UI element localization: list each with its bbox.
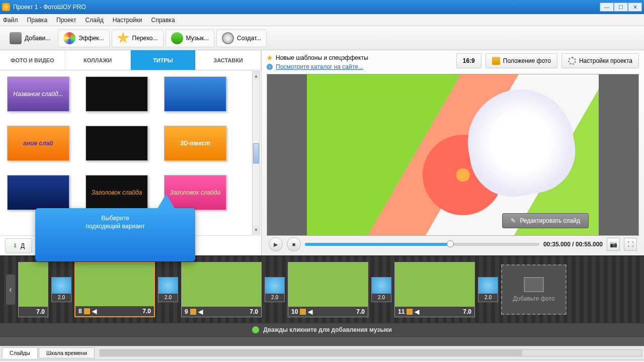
position-icon: [492, 57, 500, 65]
menu-project[interactable]: Проект: [56, 17, 76, 24]
main-toolbar: Добави... Эффек... Перехо... Музык... Со…: [0, 26, 644, 50]
timeline-slide[interactable]: 10◀7.0: [288, 262, 368, 317]
horizontal-scrollbar[interactable]: [100, 349, 642, 356]
menu-slide[interactable]: Слайд: [86, 17, 104, 24]
snapshot-button[interactable]: 📷: [607, 238, 620, 251]
gear-icon: [568, 57, 576, 65]
timeline-slide-selected[interactable]: 8◀7.0: [74, 262, 155, 317]
menu-bar: Файл Правка Проект Слайд Настройки Справ…: [0, 14, 644, 26]
view-tab-timeline[interactable]: Шкала времени: [39, 347, 95, 358]
right-panel: Новые шаблоны и спецэффекты Посмотрите к…: [262, 50, 644, 255]
pencil-icon: [84, 308, 90, 314]
title-bar: Проект 1 - ФотоШОУ PRO — ☐ ✕: [0, 0, 644, 14]
music-note-icon: [171, 32, 183, 44]
menu-file[interactable]: Файл: [3, 17, 18, 24]
template-item[interactable]: [164, 76, 226, 112]
info-catalog-link[interactable]: Посмотрите каталог на сайте...: [276, 62, 363, 71]
timeline-scrollbar[interactable]: [0, 337, 644, 346]
toolbar-transitions-button[interactable]: Перехо...: [112, 29, 164, 47]
template-item[interactable]: ание слай: [7, 126, 69, 161]
timeline-slide[interactable]: 7.0: [18, 262, 48, 317]
template-item[interactable]: 3D-текст: [164, 126, 226, 161]
timeline-transition[interactable]: 2.0: [265, 277, 285, 302]
status-bar: Слайд: 8 из 11 D:\Алиса\работа\разное\фо…: [0, 360, 644, 362]
scroll-up-icon[interactable]: ▲: [253, 72, 259, 79]
template-item[interactable]: [7, 175, 69, 210]
view-tab-slides[interactable]: Слайды: [2, 347, 38, 358]
seek-slider[interactable]: [305, 243, 539, 246]
fullscreen-button[interactable]: ⛶: [624, 238, 637, 251]
timeline-panel: ‹ 7.0 2.0 8◀7.0 2.0 9◀7.0 2.0 10◀7.0 2.0…: [0, 255, 644, 346]
scroll-thumb[interactable]: [253, 143, 259, 163]
timeline-slide[interactable]: 9◀7.0: [181, 262, 262, 317]
toolbar-music-button[interactable]: Музык...: [166, 29, 215, 47]
toolbar-add-button[interactable]: Добави...: [4, 29, 56, 47]
sound-icon: ◀: [415, 308, 419, 315]
close-button[interactable]: ✕: [628, 3, 642, 12]
view-tabs-bar: Слайды Шкала времени: [0, 346, 644, 360]
timeline-transition[interactable]: 2.0: [371, 277, 391, 302]
toolbar-effects-button[interactable]: Эффек...: [58, 29, 109, 47]
tab-intros[interactable]: ЗАСТАВКИ: [196, 50, 261, 70]
app-icon: [2, 3, 10, 11]
playback-bar: ▶ ■ 00:35.000 / 00:55.000 📷 ⛶: [267, 237, 639, 252]
down-arrow-icon: ⬇: [13, 242, 18, 249]
category-tabs: ФОТО И ВИДЕО КОЛЛАЖИ ТИТРЫ ЗАСТАВКИ: [0, 50, 261, 70]
tab-titles[interactable]: ТИТРЫ: [131, 50, 196, 70]
pencil-icon: [190, 309, 196, 315]
timeline-transition[interactable]: 2.0: [51, 277, 71, 302]
timeline-transition[interactable]: 2.0: [478, 277, 498, 302]
seek-knob[interactable]: [447, 240, 454, 247]
template-item[interactable]: Название слайд...: [7, 76, 69, 112]
toolbar-create-button[interactable]: Создат...: [216, 29, 267, 47]
tooltip-callout: Выберите подходящий вариант: [35, 208, 195, 261]
music-track-bar[interactable]: Дважды кликните для добавления музыки: [0, 323, 644, 337]
palette-icon: [63, 32, 75, 44]
window-title: Проект 1 - ФотоШОУ PRO: [13, 4, 600, 11]
timeline-slide[interactable]: 11◀7.0: [394, 262, 475, 317]
timeline-transition[interactable]: 2.0: [158, 277, 178, 302]
disc-icon: [222, 32, 234, 44]
edit-slide-button[interactable]: ✎ Редактировать слайд: [502, 213, 589, 228]
template-item[interactable]: [86, 76, 148, 112]
minimize-button[interactable]: —: [600, 3, 614, 12]
maximize-button[interactable]: ☐: [614, 3, 628, 12]
image-placeholder-icon: [524, 277, 544, 292]
music-icon: [252, 326, 259, 333]
pencil-icon: ✎: [511, 217, 516, 224]
scroll-down-icon[interactable]: ▼: [253, 226, 259, 233]
sound-icon: ◀: [198, 308, 203, 315]
tab-collages[interactable]: КОЛЛАЖИ: [65, 50, 131, 70]
globe-icon: [267, 64, 273, 70]
template-item[interactable]: [86, 126, 148, 161]
gallery-add-button[interactable]: ⬇ Д: [5, 238, 32, 253]
menu-edit[interactable]: Правка: [27, 17, 48, 24]
info-templates-text: Новые шаблоны и спецэффекты: [276, 53, 368, 62]
project-settings-button[interactable]: Настройки проекта: [561, 53, 639, 68]
star-icon: [117, 32, 129, 44]
tab-photo-video[interactable]: ФОТО И ВИДЕО: [0, 50, 65, 70]
aspect-ratio-button[interactable]: 16:9: [456, 53, 481, 68]
stop-button[interactable]: ■: [287, 237, 301, 251]
time-display: 00:35.000 / 00:55.000: [543, 241, 603, 248]
sound-icon: ◀: [92, 308, 97, 315]
star-icon: [267, 55, 273, 61]
preview-image: ✎ Редактировать слайд: [307, 74, 599, 235]
gallery-scrollbar[interactable]: ▲ ▼: [252, 71, 260, 234]
photo-position-button[interactable]: Положение фото: [486, 53, 557, 68]
camera-icon: [10, 32, 22, 44]
preview-area[interactable]: ✎ Редактировать слайд: [267, 74, 639, 236]
menu-help[interactable]: Справка: [151, 17, 175, 24]
sound-icon: ◀: [308, 308, 312, 315]
pencil-icon: [300, 309, 306, 315]
pencil-icon: [407, 309, 413, 315]
play-button[interactable]: ▶: [269, 237, 283, 251]
template-item[interactable]: Заголовок слайда: [86, 175, 148, 210]
add-photo-placeholder[interactable]: Добавьте фото: [501, 264, 567, 315]
timeline-prev-button[interactable]: ‹: [6, 275, 15, 305]
menu-settings[interactable]: Настройки: [113, 17, 142, 24]
timeline-strip[interactable]: ‹ 7.0 2.0 8◀7.0 2.0 9◀7.0 2.0 10◀7.0 2.0…: [0, 256, 644, 323]
